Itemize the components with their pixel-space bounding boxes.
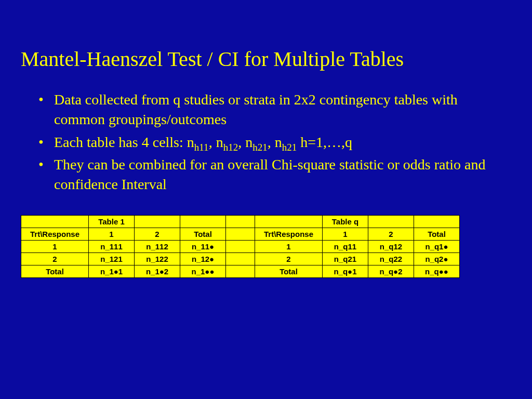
subscript: h12 bbox=[223, 141, 238, 152]
cell: n_q●1 bbox=[323, 265, 368, 277]
cell: n_q22 bbox=[368, 252, 414, 265]
bullet-text: , n bbox=[238, 134, 252, 150]
cell-spacer bbox=[226, 252, 255, 265]
cell: n_q12 bbox=[368, 240, 414, 252]
cell: n_q●● bbox=[414, 265, 460, 277]
table-row: Table 1 Table q bbox=[21, 215, 460, 228]
subscript: h21 bbox=[282, 141, 297, 152]
cell: Total bbox=[21, 265, 89, 277]
slide-title: Mantel-Haenszel Test / CI for Multiple T… bbox=[21, 47, 511, 71]
cell: 1 bbox=[21, 240, 89, 252]
cell: n_1●1 bbox=[89, 265, 135, 277]
cell: n_11● bbox=[180, 240, 226, 252]
cell: Trt\Response bbox=[21, 228, 89, 240]
cell: 2 bbox=[368, 228, 414, 240]
bullet-item: Each table has 4 cells: nh11, nh12, nh21… bbox=[38, 132, 501, 152]
cell bbox=[414, 215, 460, 228]
cell: n_122 bbox=[135, 252, 180, 265]
cell bbox=[180, 215, 226, 228]
cell: n_1●2 bbox=[135, 265, 180, 277]
cell: Trt\Response bbox=[255, 228, 323, 240]
table-row: Trt\Response 1 2 Total Trt\Response 1 2 … bbox=[21, 228, 460, 240]
cell: 1 bbox=[255, 240, 323, 252]
bullet-text: h=1,…,q bbox=[297, 134, 352, 150]
cell bbox=[255, 215, 323, 228]
cell: n_1●● bbox=[180, 265, 226, 277]
cell: n_112 bbox=[135, 240, 180, 252]
cell: 1 bbox=[323, 228, 368, 240]
tables-container: Table 1 Table q Trt\Response 1 2 Total T… bbox=[21, 215, 509, 278]
cell: n_12● bbox=[180, 252, 226, 265]
cell: 2 bbox=[21, 252, 89, 265]
cell bbox=[21, 215, 89, 228]
cell: 1 bbox=[89, 228, 135, 240]
cell: Table q bbox=[323, 215, 368, 228]
cell-spacer bbox=[226, 215, 255, 228]
cell: n_q2● bbox=[414, 252, 460, 265]
cell: Total bbox=[180, 228, 226, 240]
table-row: Total n_1●1 n_1●2 n_1●● Total n_q●1 n_q●… bbox=[21, 265, 460, 277]
bullet-list: Data collected from q studies or strata … bbox=[38, 90, 501, 194]
bullet-text: Each table has 4 cells: n bbox=[54, 134, 194, 150]
contingency-tables: Table 1 Table q Trt\Response 1 2 Total T… bbox=[21, 215, 460, 278]
cell: 2 bbox=[255, 252, 323, 265]
cell: Total bbox=[255, 265, 323, 277]
cell: Total bbox=[414, 228, 460, 240]
cell bbox=[368, 215, 414, 228]
cell: 2 bbox=[135, 228, 180, 240]
cell-spacer bbox=[226, 240, 255, 252]
cell: n_q21 bbox=[323, 252, 368, 265]
cell: n_q●2 bbox=[368, 265, 414, 277]
cell: n_q1● bbox=[414, 240, 460, 252]
cell: n_q11 bbox=[323, 240, 368, 252]
cell: n_111 bbox=[89, 240, 135, 252]
subscript: h21 bbox=[252, 141, 268, 152]
cell bbox=[135, 215, 180, 228]
table-row: 2 n_121 n_122 n_12● 2 n_q21 n_q22 n_q2● bbox=[21, 252, 460, 265]
bullet-item: Data collected from q studies or strata … bbox=[38, 90, 501, 129]
subscript: h11 bbox=[194, 141, 209, 152]
cell: Table 1 bbox=[89, 215, 135, 228]
bullet-text: , n bbox=[268, 134, 282, 150]
cell-spacer bbox=[226, 265, 255, 277]
cell-spacer bbox=[226, 228, 255, 240]
table-row: 1 n_111 n_112 n_11● 1 n_q11 n_q12 n_q1● bbox=[21, 240, 460, 252]
bullet-text: , n bbox=[209, 134, 223, 150]
bullet-item: They can be combined for an overall Chi-… bbox=[38, 155, 501, 194]
cell: n_121 bbox=[89, 252, 135, 265]
